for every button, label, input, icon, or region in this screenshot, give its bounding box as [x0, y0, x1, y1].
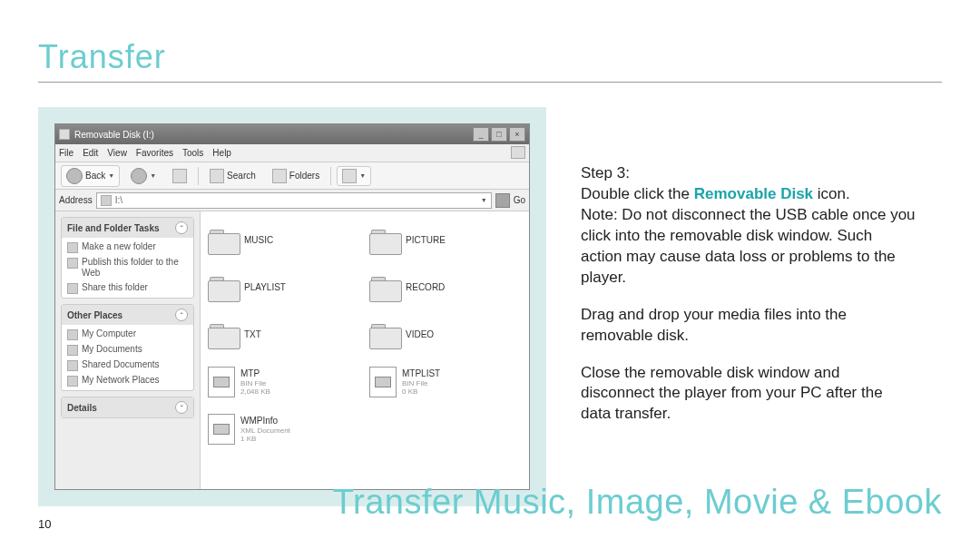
item-meta: BIN File [240, 379, 270, 387]
content-pane[interactable]: MUSICPICTUREPLAYLISTRECORDTXTVIDEOMTPBIN… [201, 211, 529, 489]
menu-view[interactable]: View [107, 148, 127, 158]
step-label: Step 3: [581, 164, 630, 181]
drive-small-icon [101, 195, 112, 206]
item-name: TXT [244, 329, 261, 340]
folder-icon [208, 322, 239, 348]
file-item[interactable]: MTPBIN File2,048 KB [208, 360, 360, 404]
panel-file-tasks: File and Folder Tasksˆ Make a new folder… [61, 217, 194, 299]
folder-icon [369, 322, 400, 348]
chevron-up-icon[interactable]: ˆ [175, 309, 188, 321]
xp-window: Removable Disk (I:) _ □ × File Edit View… [54, 123, 530, 490]
folders-button[interactable]: Folders [267, 166, 325, 186]
file-icon [208, 414, 235, 445]
sidebar-item[interactable]: Publish this folder to the Web [67, 257, 188, 279]
window-title: Removable Disk (I:) [74, 130, 154, 140]
folder-icon [208, 275, 239, 300]
item-name: MTP [240, 368, 270, 379]
page-title: Transfer [38, 38, 166, 76]
address-bar: Address I:\ ▼ Go [55, 190, 529, 211]
panel-details: Detailsˇ [61, 397, 194, 418]
item-meta: 0 KB [402, 387, 440, 396]
sidebar-item[interactable]: My Documents [67, 344, 188, 356]
go-icon[interactable] [495, 193, 510, 208]
search-button[interactable]: Search [204, 166, 261, 186]
address-input[interactable]: I:\ ▼ [96, 192, 492, 209]
item-name: PICTURE [406, 235, 446, 246]
title-rule [38, 82, 942, 83]
views-button[interactable]: ▼ [337, 166, 371, 186]
sidebar-item[interactable]: Share this folder [67, 282, 188, 294]
titlebar: Removable Disk (I:) _ □ × [55, 124, 529, 144]
forward-button[interactable]: ▼ [125, 165, 162, 187]
menu-file[interactable]: File [59, 148, 74, 158]
page-number: 10 [38, 517, 51, 531]
sidebar-item[interactable]: My Network Places [67, 375, 188, 387]
item-meta: 1 KB [240, 435, 290, 443]
item-name: MUSIC [244, 235, 273, 246]
folder-icon [369, 275, 400, 300]
file-item[interactable]: MTPLISTBIN File0 KB [369, 360, 522, 404]
folder-icon [208, 228, 239, 253]
share-icon [67, 283, 78, 294]
item-meta: BIN File [402, 379, 440, 387]
up-button[interactable] [167, 166, 192, 186]
file-icon [369, 367, 397, 397]
panel-other-places: Other Placesˆ My Computer My Documents S… [61, 304, 194, 391]
panel3-title: Details [67, 403, 97, 413]
panel1-title: File and Folder Tasks [67, 223, 160, 233]
address-label: Address [59, 195, 93, 205]
menu-tools[interactable]: Tools [182, 148, 203, 158]
folder-item[interactable]: TXT [208, 313, 360, 357]
item-name: PLAYLIST [244, 282, 286, 293]
toolbar: Back▼ ▼ Search Folders ▼ [55, 162, 529, 190]
chevron-up-icon[interactable]: ˆ [175, 221, 188, 234]
folder-item[interactable]: VIDEO [369, 313, 522, 357]
menu-help[interactable]: Help [212, 148, 231, 158]
sidebar-item[interactable]: Shared Documents [67, 359, 188, 371]
drive-icon [59, 129, 70, 140]
sidebar: File and Folder Tasksˆ Make a new folder… [55, 211, 201, 489]
folder-new-icon [67, 242, 78, 253]
instruction-p3: Close the removable disk window and disc… [581, 363, 916, 426]
item-name: MTPLIST [402, 368, 440, 379]
item-meta: XML Document [240, 426, 290, 435]
folder-item[interactable]: PICTURE [369, 219, 522, 262]
close-button[interactable]: × [509, 127, 525, 142]
panel2-title: Other Places [67, 310, 122, 320]
globe-icon [67, 258, 78, 269]
sidebar-item[interactable]: Make a new folder [67, 241, 188, 253]
section-title: Transfer Music, Image, Movie & Ebook [333, 483, 942, 522]
folder-item[interactable]: PLAYLIST [208, 266, 360, 309]
folder-item[interactable]: MUSIC [208, 219, 360, 262]
removable-disk-label: Removable Disk [694, 185, 813, 202]
minimize-button[interactable]: _ [473, 127, 489, 142]
menu-favorites[interactable]: Favorites [136, 148, 173, 158]
line1c: icon. [813, 185, 850, 202]
item-name: VIDEO [406, 329, 434, 340]
chevron-down-icon[interactable]: ˇ [175, 401, 188, 414]
item-name: RECORD [406, 282, 445, 293]
file-item[interactable]: WMPInfoXML Document1 KB [208, 407, 360, 451]
item-name: WMPInfo [240, 416, 290, 426]
file-icon [208, 367, 235, 397]
maximize-button[interactable]: □ [491, 127, 507, 142]
menubar: File Edit View Favorites Tools Help [55, 144, 529, 162]
network-places-icon [67, 376, 78, 387]
item-meta: 2,048 KB [240, 387, 270, 396]
note-text: Note: Do not disconnect the USB cable on… [581, 206, 916, 286]
menu-edit[interactable]: Edit [83, 148, 98, 158]
windows-flag-icon [511, 146, 525, 159]
computer-icon [67, 329, 78, 340]
folder-icon [369, 228, 400, 253]
documents-icon [67, 345, 78, 356]
instructions: Step 3: Double click the Removable Disk … [581, 163, 916, 441]
go-label[interactable]: Go [514, 195, 525, 205]
line1a: Double click the [581, 185, 694, 202]
folder-item[interactable]: RECORD [369, 266, 522, 309]
back-button[interactable]: Back▼ [61, 165, 120, 187]
screenshot-frame: Removable Disk (I:) _ □ × File Edit View… [38, 107, 546, 506]
shared-docs-icon [67, 360, 78, 371]
sidebar-item[interactable]: My Computer [67, 328, 188, 340]
instruction-p2: Drag and drop your media files into the … [581, 305, 916, 347]
